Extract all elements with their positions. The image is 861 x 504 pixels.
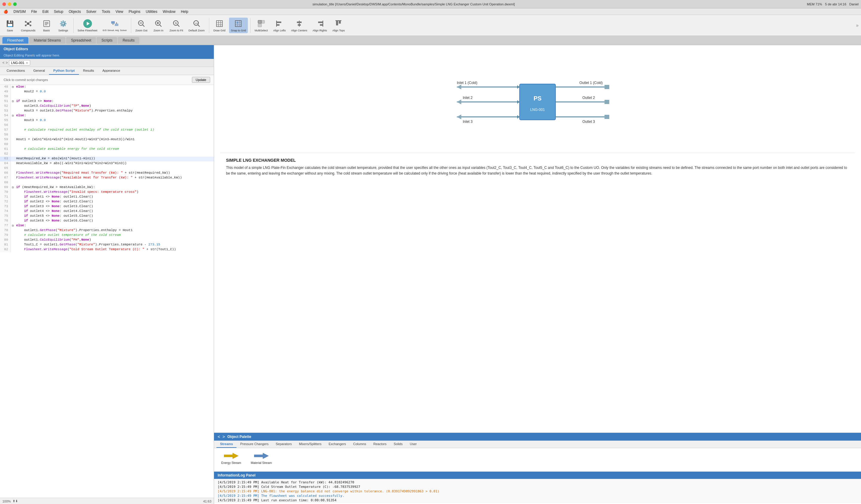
menu-window[interactable]: Window (160, 9, 178, 14)
menu-plugins[interactable]: Plugins (126, 9, 142, 14)
menu-apple[interactable]: 🍎 (1, 9, 11, 14)
palette-tab-exchangers[interactable]: Exchangers (325, 441, 350, 448)
toolbar-multiselect[interactable]: MultiSelect (253, 18, 270, 33)
editor-status-bar: 100% ⬆⬇ 41:63 (0, 498, 214, 504)
svg-rect-37 (235, 21, 241, 27)
zoom-stepper[interactable]: ⬆⬇ (13, 499, 18, 503)
svg-rect-53 (318, 22, 323, 23)
toolbar-align-rights[interactable]: Align Rights (311, 18, 329, 33)
close-tag-icon[interactable]: ✕ (26, 61, 28, 65)
palette-nav-next[interactable]: > (222, 434, 225, 439)
menu-edit[interactable]: Edit (40, 9, 51, 14)
code-line-65: 65 (0, 166, 214, 171)
menu-setup[interactable]: Setup (51, 9, 66, 14)
menu-tools[interactable]: Tools (99, 9, 112, 14)
menu-solver[interactable]: Solver (84, 9, 99, 14)
svg-rect-48 (276, 24, 279, 26)
inlet1-source (457, 85, 461, 90)
multiselect-label: MultiSelect (255, 29, 268, 32)
editor-tab-appearance[interactable]: Appearance (98, 67, 124, 75)
breadcrumb-next[interactable]: > (6, 61, 8, 65)
outlet3-label: Outlet 3 (582, 120, 595, 124)
code-line-50: 50 (0, 94, 214, 99)
compounds-icon (23, 19, 33, 28)
toolbar-solve[interactable]: Solve Flowsheet (76, 18, 99, 33)
palette-item-energy-stream[interactable]: Energy Stream (219, 450, 244, 466)
compounds-label: Compounds (21, 29, 36, 32)
editor-tab-connections[interactable]: Connections (2, 67, 29, 75)
cursor-position: 41:63 (203, 500, 211, 503)
palette-nav-prev[interactable]: < (218, 434, 220, 439)
maximize-button[interactable] (13, 2, 17, 6)
toolbar-basis[interactable]: Basis (39, 18, 54, 33)
palette-tab-streams[interactable]: Streams (217, 441, 236, 448)
menu-objects[interactable]: Objects (66, 9, 83, 14)
editor-tab-general[interactable]: General (29, 67, 49, 75)
code-line-82: 82 Flowsheet.WriteMessage("Cold Stream O… (0, 247, 214, 252)
material-stream-label: Material Stream (251, 461, 272, 465)
outlet1-end (604, 85, 609, 89)
toolbar-draw-grid[interactable]: Draw Grid (212, 18, 228, 33)
toolbar-snap-grid[interactable]: Snap to Grid (229, 18, 248, 33)
tab-scripts[interactable]: Scripts (97, 37, 117, 44)
code-line-72: 72 if outlet2 <> None: outlet2.Clear() (0, 200, 214, 204)
menu-file[interactable]: File (29, 9, 39, 14)
script-toolbar: Click to commit script changes Update (0, 75, 214, 85)
palette-item-material-stream[interactable]: Material Stream (248, 450, 274, 466)
flowsheet-area[interactable]: PS LNG-001 Inlet 1 (Cold) Outlet 1 (Cold… (214, 45, 861, 433)
tab-flowsheet[interactable]: Flowsheet (2, 37, 28, 44)
palette-tab-user[interactable]: User (406, 441, 420, 448)
save-label: Save (7, 29, 13, 32)
code-line-70: 70 Flowsheet.WriteMessage("Invalid specs… (0, 190, 214, 195)
palette-tab-mixers[interactable]: Mixers/Splitters (295, 441, 325, 448)
breadcrumb-prev[interactable]: < (2, 61, 4, 65)
draw-grid-label: Draw Grid (214, 29, 226, 32)
align-lefts-label: Align Lefts (273, 29, 286, 32)
toolbar-align-lefts[interactable]: Align Lefts (271, 18, 288, 33)
menu-utilities[interactable]: Utilities (144, 9, 160, 14)
toolbar-save[interactable]: 💾 Save (2, 18, 17, 33)
tab-results[interactable]: Results (118, 37, 139, 44)
log-content: [4/5/2019 2:15:49 PM] Available Heat for… (214, 479, 861, 503)
toolbar-edsolver[interactable]: E/D Simult. Adj. Solver (101, 18, 128, 33)
default-zoom-label: Default Zoom (189, 29, 205, 32)
exchanger-box[interactable] (520, 84, 556, 120)
menu-dwsim[interactable]: DWSIM (11, 9, 28, 14)
toolbar-default-zoom[interactable]: 100 Default Zoom (187, 18, 207, 33)
toolbar-overflow[interactable]: » (856, 23, 859, 28)
toolbar-align-tops[interactable]: Align Tops (331, 18, 346, 33)
editor-tab-python-script[interactable]: Python Script (49, 67, 79, 75)
toolbar-settings[interactable]: ⚙️ Settings (56, 18, 71, 33)
toolbar-zoom-out[interactable]: Zoom Out (134, 18, 149, 33)
window-controls[interactable] (2, 2, 17, 6)
palette-tabs: Streams Pressure Changers Separators Mix… (214, 441, 861, 448)
code-editor[interactable]: 48 ⊟ else: 49 Hout2 = 0.0 50 51 ⊟ if out (0, 85, 214, 498)
palette-tab-reactors[interactable]: Reactors (370, 441, 390, 448)
minimize-button[interactable] (8, 2, 11, 6)
palette-tab-pressure[interactable]: Pressure Changers (236, 441, 272, 448)
menu-help[interactable]: Help (178, 9, 191, 14)
palette-tab-solids[interactable]: Solids (390, 441, 406, 448)
log-header: Information/Log Panel (214, 472, 861, 479)
update-button[interactable]: Update (192, 77, 210, 83)
align-rights-label: Align Rights (313, 29, 327, 32)
log-line-3: [4/5/2019 2:15:49 PM] LNG-001: the energ… (218, 489, 858, 493)
menu-view[interactable]: View (113, 9, 126, 14)
palette-title: Object Palette (227, 435, 251, 439)
tab-material-streams[interactable]: Material Streams (29, 37, 66, 44)
object-editors-header: Object Editors (0, 45, 214, 53)
code-line-80: 80 outlet1.CalcEquilibrium("PH",None) (0, 238, 214, 243)
palette-tab-columns[interactable]: Columns (350, 441, 370, 448)
current-object-tag: LNG-001 ✕ (9, 60, 30, 66)
tab-spreadsheet[interactable]: Spreadsheet (66, 37, 96, 44)
toolbar-zoom-in[interactable]: Zoom In (151, 18, 166, 33)
inlet3-arrow (517, 115, 520, 119)
close-button[interactable] (2, 2, 6, 6)
toolbar-compounds[interactable]: Compounds (19, 18, 37, 33)
code-line-62: 62 (0, 152, 214, 156)
outlet1-label: Outlet 1 (Cold) (579, 81, 603, 85)
toolbar-align-centers[interactable]: Align Centers (289, 18, 309, 33)
toolbar-zoom-fit[interactable]: fit Zoom to Fit (168, 18, 185, 33)
palette-tab-separators[interactable]: Separators (272, 441, 295, 448)
editor-tab-results[interactable]: Results (79, 67, 98, 75)
